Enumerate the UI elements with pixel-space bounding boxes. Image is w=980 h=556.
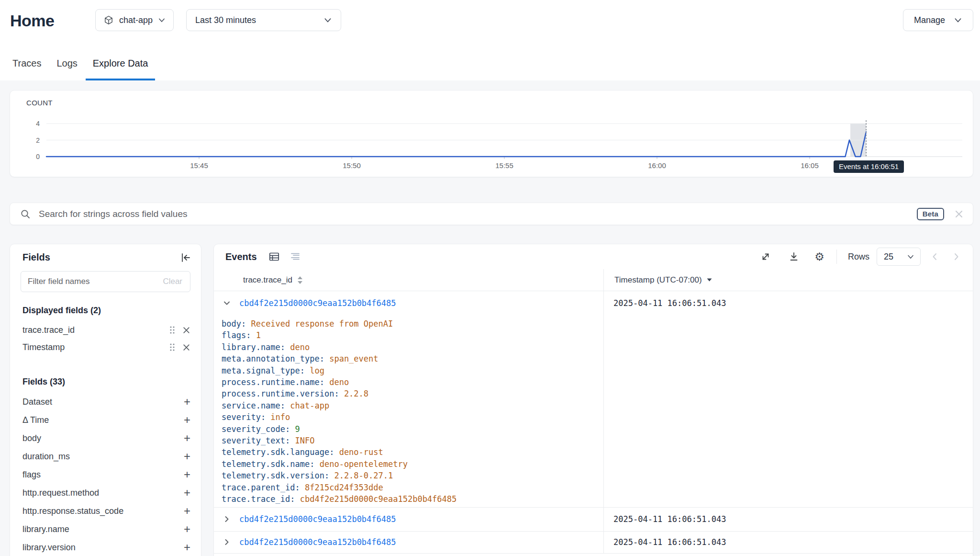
collapse-panel-icon[interactable] (180, 252, 191, 265)
chevron-down-icon (907, 253, 914, 261)
trace-id-link[interactable]: cbd4f2e215d0000c9eaa152b0b4f6485 (239, 298, 396, 308)
detail-line: meta.annotation_type: span_event (222, 353, 603, 364)
chevron-down-icon[interactable] (222, 298, 232, 308)
timestamp-value: 2025-04-11 16:06:51.043 (604, 537, 726, 547)
time-range-selector[interactable]: Last 30 minutes (186, 9, 341, 31)
event-row-timestamp-cell: 2025-04-11 16:06:51.043 (603, 291, 973, 315)
detail-key: service.name: (222, 401, 290, 410)
events-count-chart[interactable]: 02415:4515:5015:5516:0016:05 (10, 91, 973, 177)
event-row-main: cbd4f2e215d0000c9eaa152b0b4f6485 (214, 291, 603, 315)
table-view-icon[interactable] (268, 251, 280, 262)
field-label: duration_ms (22, 452, 177, 462)
add-field-icon[interactable]: + (184, 523, 190, 535)
event-row: cbd4f2e215d0000c9eaa152b0b4f64852025-04-… (214, 532, 973, 554)
expand-icon[interactable] (760, 251, 771, 262)
events-table-body: cbd4f2e215d0000c9eaa152b0b4f64852025-04-… (214, 291, 973, 554)
events-table-header: trace.trace_id Timestamp (UTC-07:00) (214, 269, 973, 291)
sort-icon[interactable] (297, 276, 303, 284)
detail-line: process.runtime.name: deno (222, 376, 603, 388)
detail-value: 1 (256, 330, 261, 340)
fields-panel: Fields Clear Displayed fields (2) trace.… (10, 244, 201, 556)
add-field-icon[interactable]: + (184, 469, 190, 480)
detail-value: deno-opentelemetry (320, 459, 408, 469)
field-row: library.name+ (10, 520, 201, 538)
add-field-icon[interactable]: + (184, 505, 190, 517)
chevron-right-icon[interactable] (222, 514, 232, 524)
remove-field-icon[interactable] (182, 326, 190, 334)
event-detail-body: body: Received response from OpenAIflags… (214, 315, 603, 507)
dataset-selector[interactable]: chat-app (95, 9, 174, 31)
filter-caret-icon[interactable] (707, 278, 712, 282)
detail-line: trace.trace_id: cbd4f2e215d0000c9eaa152b… (222, 493, 603, 505)
detail-key: body: (222, 319, 251, 329)
detail-key: severity: (222, 412, 270, 422)
field-label: http.response.status_code (22, 506, 177, 516)
detail-value: deno (329, 377, 349, 387)
drag-handle-icon[interactable] (169, 325, 176, 335)
prev-page-icon[interactable] (930, 252, 940, 261)
field-row: library.version+ (10, 538, 201, 556)
field-label: flags (22, 470, 177, 480)
gear-icon[interactable]: ⚙ (814, 251, 824, 262)
field-label: http.request.method (22, 488, 177, 498)
chart-tooltip: Events at 16:06:51 (834, 160, 904, 173)
add-field-icon[interactable]: + (184, 542, 190, 553)
svg-text:16:05: 16:05 (801, 161, 819, 170)
add-field-icon[interactable]: + (184, 451, 190, 462)
detail-value: 2.2.8 (344, 389, 368, 398)
rows-per-page-selector[interactable]: 25 (877, 248, 921, 266)
add-field-icon[interactable]: + (184, 432, 190, 444)
manage-button[interactable]: Manage (903, 9, 973, 31)
next-page-icon[interactable] (951, 252, 961, 261)
all-fields-list: Dataset+Δ Time+body+duration_ms+flags+ht… (10, 393, 201, 556)
download-icon[interactable] (788, 251, 800, 262)
detail-key: process.runtime.name: (222, 377, 329, 387)
events-header: Events (214, 244, 973, 269)
close-icon[interactable] (954, 209, 964, 219)
detail-key: severity_code: (222, 424, 295, 434)
event-row: cbd4f2e215d0000c9eaa152b0b4f64852025-04-… (214, 291, 973, 315)
detail-value: 2.2.8-0.27.1 (334, 471, 393, 480)
page: Home chat-app Last 30 minutes Manage (0, 0, 980, 556)
tab-logs[interactable]: Logs (49, 58, 84, 80)
list-view-icon[interactable] (290, 251, 301, 262)
detail-line: severity_text: INFO (222, 435, 603, 446)
tabbar: TracesLogsExplore Data (5, 48, 155, 80)
detail-value: chat-app (290, 401, 329, 410)
detail-key: flags: (222, 330, 256, 340)
search-input[interactable] (39, 209, 917, 219)
trace-id-link[interactable]: cbd4f2e215d0000c9eaa152b0b4f6485 (239, 537, 396, 547)
timestamp-value: 2025-04-11 16:06:51.043 (604, 298, 726, 308)
trace-id-link[interactable]: cbd4f2e215d0000c9eaa152b0b4f6485 (239, 514, 396, 524)
detail-value: 8f215cd24f353dde (305, 483, 383, 492)
content-area: COUNT 02415:4515:5015:5516:0016:05 Event… (0, 80, 980, 556)
remove-field-icon[interactable] (182, 343, 190, 352)
chevron-right-icon[interactable] (222, 537, 232, 547)
fields-panel-title: Fields (22, 252, 189, 263)
detail-line: telemetry.sdk.name: deno-opentelemetry (222, 458, 603, 470)
add-field-icon[interactable]: + (184, 414, 190, 426)
tab-traces[interactable]: Traces (5, 58, 48, 80)
svg-text:16:00: 16:00 (648, 161, 666, 170)
events-panel: Events (213, 244, 973, 556)
divider (836, 250, 837, 264)
detail-line: flags: 1 (222, 329, 603, 341)
column-header-trace-id[interactable]: trace.trace_id (243, 275, 292, 285)
event-row-main: cbd4f2e215d0000c9eaa152b0b4f6485 (214, 532, 603, 553)
svg-text:15:45: 15:45 (190, 161, 208, 170)
chevron-down-icon (323, 16, 332, 24)
tab-explore-data[interactable]: Explore Data (86, 58, 156, 80)
chevron-down-icon (158, 16, 166, 24)
beta-badge: Beta (917, 208, 944, 220)
field-label: Timestamp (22, 342, 162, 352)
field-row: Dataset+ (10, 393, 201, 411)
field-filter-input[interactable] (28, 277, 156, 286)
add-field-icon[interactable]: + (184, 396, 190, 408)
add-field-icon[interactable]: + (184, 487, 190, 499)
event-row-main: cbd4f2e215d0000c9eaa152b0b4f6485 (214, 508, 603, 531)
field-filter-clear-button[interactable]: Clear (163, 277, 182, 286)
detail-value: log (310, 366, 324, 375)
field-row: body+ (10, 429, 201, 447)
drag-handle-icon[interactable] (169, 342, 176, 352)
column-header-timestamp[interactable]: Timestamp (UTC-07:00) (614, 275, 702, 285)
